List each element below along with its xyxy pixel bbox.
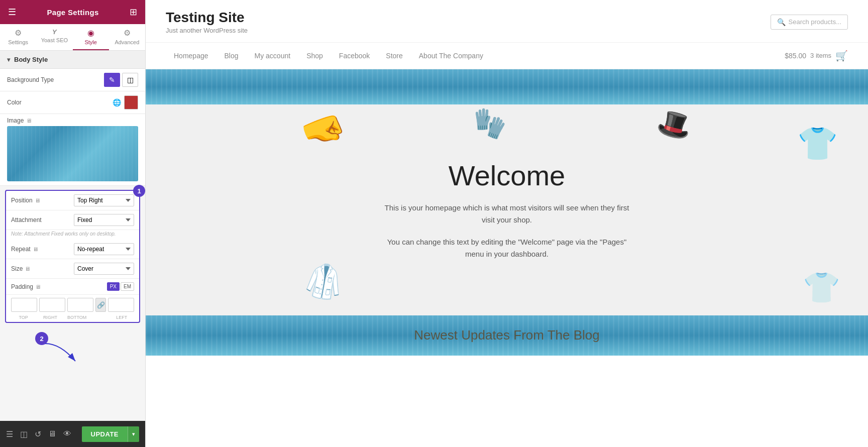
grid-icon[interactable]: ⊞ (130, 7, 137, 18)
image-label-row: Image 🖥 (0, 114, 145, 126)
cart-area: $85.00 3 items 🛒 (777, 43, 848, 69)
arrow-icon (40, 341, 80, 366)
nav-blog[interactable]: Blog (216, 45, 247, 67)
unit-buttons: PX EM (107, 282, 134, 291)
hamburger-bottom-icon[interactable]: ☰ (6, 429, 13, 439)
search-icon: 🔍 (777, 18, 786, 26)
cart-price: $85.00 (785, 52, 806, 60)
device-icon[interactable]: 🖥 (48, 429, 56, 439)
size-label: Size 🖥 (11, 265, 74, 272)
update-button-group: UPDATE ▾ (82, 426, 139, 442)
tab-style-label: Style (84, 39, 96, 45)
attachment-label: Attachment (11, 216, 74, 224)
padding-right-input[interactable] (39, 298, 65, 312)
site-title: Testing Site (166, 10, 248, 26)
history-icon[interactable]: ↺ (35, 429, 41, 439)
padding-left-input[interactable] (108, 298, 134, 312)
nav-myaccount[interactable]: My account (247, 45, 299, 67)
cart-icon[interactable]: 🛒 (835, 50, 848, 62)
image-monitor-icon: 🖥 (26, 118, 32, 124)
tab-advanced[interactable]: ⚙ Advanced (109, 24, 145, 50)
section-title: Body Style (14, 56, 48, 63)
item-shirt-right: 👕 (797, 125, 838, 163)
site-branding: Testing Site Just another WordPress site (166, 10, 248, 34)
hero-text2: You can change this text by editing the … (381, 236, 632, 260)
hero-section: 🤜 🧤 🎩 👕 🥼 👕 Welcome This is your homepag… (146, 104, 868, 315)
update-dropdown-button[interactable]: ▾ (128, 426, 139, 442)
label-bottom: BOTTOM (65, 315, 89, 320)
cart-count: 3 items (810, 52, 831, 59)
attachment-row: Attachment Fixed Default Scroll (6, 210, 139, 230)
padding-monitor-icon: 🖥 (35, 284, 41, 290)
tab-style[interactable]: ◉ Style (73, 24, 109, 50)
position-select[interactable]: Top Right Default Top Left Top Center Ce… (74, 194, 134, 206)
tab-settings-label: Settings (8, 39, 28, 45)
search-box[interactable]: 🔍 Search products... (771, 15, 848, 30)
panel-tabs: ⚙ Settings Y Yoast SEO ◉ Style ⚙ Advance… (0, 24, 145, 51)
site-nav: Homepage Blog My account Shop Facebook S… (146, 43, 868, 69)
blog-section-title: Newest Updates From The Blog (414, 327, 599, 343)
nav-facebook[interactable]: Facebook (331, 45, 378, 67)
position-row: Position 🖥 Top Right Default Top Left To… (6, 191, 139, 210)
em-button[interactable]: EM (121, 282, 134, 291)
badge-2-wrapper: 2 (35, 332, 48, 345)
padding-labels-row: TOP RIGHT BOTTOM LEFT (6, 315, 139, 322)
position-label: Position 🖥 (11, 197, 74, 204)
hero-text1: This is your homepage which is what most… (381, 202, 632, 226)
nav-shop[interactable]: Shop (298, 45, 331, 67)
repeat-label: Repeat 🖥 (11, 246, 74, 253)
link-button[interactable]: 🔗 (95, 298, 106, 312)
panel-header: ☰ Page Settings ⊞ (0, 0, 145, 24)
update-button[interactable]: UPDATE (82, 426, 128, 442)
color-label: Color (7, 99, 113, 106)
tab-yoast[interactable]: Y Yoast SEO (36, 24, 72, 50)
globe-icon: 🌐 (113, 98, 121, 106)
bg-type-image-btn[interactable]: ✎ (104, 73, 120, 87)
padding-bottom-input[interactable] (67, 298, 93, 312)
nav-about[interactable]: About The Company (411, 45, 491, 67)
item-cloth-top: 🧤 (470, 104, 509, 142)
badge2-area: 2 (0, 327, 145, 357)
eye-icon[interactable]: 👁 (63, 429, 71, 439)
image-settings-box: 1 Position 🖥 Top Right Default Top Left … (5, 190, 140, 323)
item-hat: 🎩 (654, 104, 696, 145)
image-preview[interactable] (7, 126, 138, 181)
panel-title: Page Settings (47, 8, 98, 17)
repeat-select[interactable]: No-repeat Default Repeat Repeat-X Repeat… (74, 243, 134, 255)
panel-content: ▾ Body Style Background Type ✎ ◫ Color 🌐… (0, 51, 145, 421)
site-tagline: Just another WordPress site (166, 27, 248, 34)
label-left: LEFT (110, 315, 134, 320)
badge-1: 1 (133, 185, 145, 197)
nav-store[interactable]: Store (378, 45, 410, 67)
hamburger-icon[interactable]: ☰ (8, 7, 16, 18)
section-arrow: ▾ (7, 56, 10, 63)
image-preview-row (0, 126, 145, 186)
blue-bottom-banner: Newest Updates From The Blog (146, 315, 868, 356)
body-style-section[interactable]: ▾ Body Style (0, 51, 145, 69)
label-top: TOP (11, 315, 36, 320)
bg-type-gradient-btn[interactable]: ◫ (122, 73, 138, 87)
px-button[interactable]: PX (107, 282, 120, 291)
item-shirt-grey: 👕 (803, 270, 840, 305)
repeat-monitor-icon: 🖥 (33, 246, 38, 252)
label-right: RIGHT (38, 315, 62, 320)
padding-header-row: Padding 🖥 PX EM (6, 279, 139, 295)
attachment-select[interactable]: Fixed Default Scroll (74, 214, 134, 226)
layers-icon[interactable]: ◫ (20, 429, 28, 439)
tab-yoast-label: Yoast SEO (41, 37, 68, 43)
search-placeholder: Search products... (789, 18, 842, 26)
size-select[interactable]: Cover Default Auto Contain (74, 263, 134, 275)
padding-top-input[interactable] (11, 298, 37, 312)
repeat-row: Repeat 🖥 No-repeat Default Repeat Repeat… (6, 240, 139, 259)
tab-settings[interactable]: ⚙ Settings (0, 24, 36, 50)
item-hand-left: 🤜 (296, 104, 351, 157)
main-preview: Testing Site Just another WordPress site… (146, 0, 868, 447)
nav-homepage[interactable]: Homepage (166, 45, 216, 67)
size-row: Size 🖥 Cover Default Auto Contain (6, 259, 139, 279)
color-controls: 🌐 (113, 95, 138, 109)
settings-tab-icon: ⚙ (15, 28, 22, 38)
yoast-tab-icon: Y (52, 28, 57, 36)
bottom-icons-group: ☰ ◫ ↺ 🖥 👁 (6, 429, 71, 439)
color-swatch[interactable] (124, 95, 138, 109)
site-header: Testing Site Just another WordPress site… (146, 0, 868, 43)
